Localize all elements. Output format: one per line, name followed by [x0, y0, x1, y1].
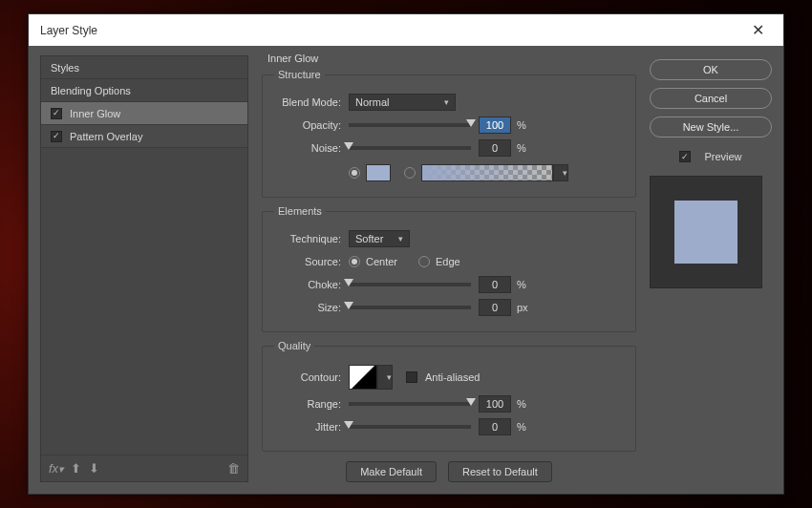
technique-value: Softer — [355, 233, 383, 244]
range-unit: % — [511, 398, 530, 410]
inner-glow-checkbox[interactable] — [51, 108, 62, 119]
styles-panel: Styles Blending Options Inner Glow Patte… — [40, 55, 248, 482]
close-icon[interactable]: ✕ — [744, 17, 772, 43]
trash-icon[interactable]: 🗑 — [227, 461, 240, 476]
anti-aliased-label: Anti-aliased — [425, 371, 480, 383]
range-slider[interactable] — [349, 402, 471, 406]
choke-label: Choke: — [274, 279, 349, 290]
chevron-down-icon: ▾ — [387, 372, 392, 382]
contour-picker[interactable] — [349, 365, 377, 390]
up-arrow-icon[interactable]: ⬆ — [71, 461, 81, 476]
gradient-radio[interactable] — [404, 167, 416, 179]
jitter-input[interactable]: 0 — [479, 418, 511, 435]
range-input[interactable]: 100 — [479, 395, 511, 413]
settings-panel: Inner Glow Structure Blend Mode: Normal … — [262, 55, 636, 482]
elements-group: Elements Technique: Softer ▾ Source: Cen… — [262, 205, 636, 332]
fx-icon[interactable]: fx▾ — [49, 461, 63, 476]
size-input[interactable]: 0 — [479, 299, 511, 316]
opacity-slider[interactable] — [349, 123, 471, 127]
styles-footer: fx▾ ⬆ ⬇ 🗑 — [41, 455, 247, 481]
dialog-title: Layer Style — [40, 24, 97, 37]
gradient-swatch[interactable] — [421, 164, 553, 181]
preview-label: Preview — [704, 151, 741, 162]
new-style-button[interactable]: New Style... — [650, 116, 772, 138]
ok-button[interactable]: OK — [650, 59, 772, 80]
contour-dropdown[interactable]: ▾ — [377, 365, 393, 390]
noise-slider[interactable] — [349, 146, 471, 150]
chevron-down-icon: ▾ — [563, 168, 567, 178]
choke-slider[interactable] — [349, 283, 471, 286]
noise-input[interactable]: 0 — [479, 139, 511, 157]
choke-unit: % — [511, 279, 530, 290]
color-swatch[interactable] — [366, 164, 391, 181]
pattern-overlay-label: Pattern Overlay — [70, 131, 142, 142]
reset-default-button[interactable]: Reset to Default — [448, 461, 552, 482]
size-label: Size: — [274, 302, 349, 313]
size-unit: px — [511, 302, 530, 313]
cancel-button[interactable]: Cancel — [650, 88, 772, 109]
blend-mode-value: Normal — [355, 96, 389, 108]
quality-legend: Quality — [274, 340, 314, 351]
structure-legend: Structure — [274, 69, 325, 80]
noise-label: Noise: — [274, 142, 349, 154]
preview-swatch — [674, 201, 737, 264]
anti-aliased-checkbox[interactable] — [406, 371, 417, 383]
make-default-button[interactable]: Make Default — [346, 461, 437, 482]
structure-group: Structure Blend Mode: Normal ▾ Opacity: … — [262, 69, 636, 198]
blend-mode-select[interactable]: Normal ▾ — [349, 94, 456, 111]
range-label: Range: — [274, 398, 349, 410]
opacity-input[interactable]: 100 — [479, 116, 511, 134]
size-slider[interactable] — [349, 306, 471, 309]
opacity-label: Opacity: — [274, 119, 349, 131]
choke-input[interactable]: 0 — [479, 276, 511, 293]
gradient-dropdown[interactable]: ▾ — [553, 164, 568, 181]
titlebar: Layer Style ✕ — [29, 14, 783, 46]
down-arrow-icon[interactable]: ⬇ — [89, 461, 99, 476]
technique-label: Technique: — [274, 233, 349, 244]
pattern-overlay-checkbox[interactable] — [51, 131, 62, 142]
source-edge-radio[interactable] — [418, 256, 430, 267]
source-edge-label: Edge — [436, 256, 460, 267]
jitter-label: Jitter: — [274, 421, 349, 433]
styles-header-label: Styles — [51, 62, 79, 74]
source-label: Source: — [274, 256, 349, 267]
panel-title: Inner Glow — [267, 53, 318, 64]
inner-glow-label: Inner Glow — [70, 108, 120, 119]
styles-header[interactable]: Styles — [41, 56, 247, 79]
preview-box — [650, 176, 762, 288]
style-item-inner-glow[interactable]: Inner Glow — [41, 102, 247, 125]
technique-select[interactable]: Softer ▾ — [349, 230, 410, 247]
layer-style-dialog: Layer Style ✕ Styles Blending Options In… — [28, 13, 784, 495]
default-buttons: Make Default Reset to Default — [262, 461, 636, 482]
quality-group: Quality Contour: ▾ Anti-aliased Range: 1… — [262, 340, 636, 452]
preview-checkbox[interactable] — [679, 151, 691, 162]
source-center-radio[interactable] — [349, 256, 360, 267]
blend-mode-label: Blend Mode: — [274, 96, 349, 108]
dialog-content: Styles Blending Options Inner Glow Patte… — [29, 46, 783, 494]
color-radio[interactable] — [349, 167, 360, 179]
chevron-down-icon: ▾ — [398, 234, 403, 243]
right-column: OK Cancel New Style... Preview — [650, 55, 772, 482]
jitter-unit: % — [511, 421, 530, 433]
blending-options-item[interactable]: Blending Options — [41, 79, 247, 102]
contour-label: Contour: — [274, 371, 349, 383]
chevron-down-icon: ▾ — [444, 97, 449, 107]
jitter-slider[interactable] — [349, 425, 471, 429]
source-center-label: Center — [366, 256, 397, 267]
opacity-unit: % — [511, 119, 530, 131]
elements-legend: Elements — [274, 205, 326, 217]
style-item-pattern-overlay[interactable]: Pattern Overlay — [41, 125, 247, 148]
noise-unit: % — [511, 142, 530, 154]
blending-options-label: Blending Options — [51, 85, 131, 96]
